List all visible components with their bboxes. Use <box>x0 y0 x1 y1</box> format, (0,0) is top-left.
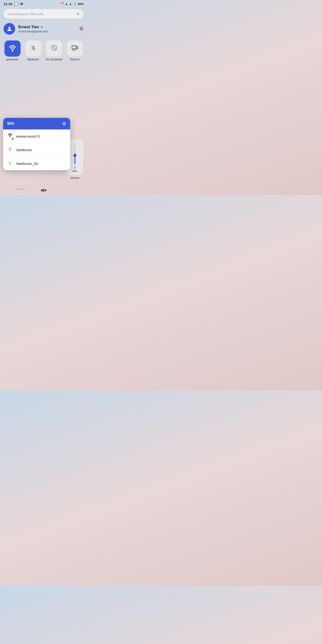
back-button[interactable]: ◀ <box>40 187 44 193</box>
wifi-popup-header: Wifi ⚙ <box>3 118 70 130</box>
row1-tiles-grid: goHuawei Bluetooth <box>3 40 84 61</box>
wifi-tile-label: goHuawei <box>6 58 18 61</box>
bluetooth-tile-button[interactable] <box>25 40 41 56</box>
wifi-network-name: Startbucks_5G <box>16 162 38 166</box>
wifi-settings-icon[interactable]: ⚙ <box>62 121 66 126</box>
wifi-popup-card: Wifi ⚙ wlanaccessv2.0 <box>3 118 70 170</box>
svg-line-3 <box>52 46 56 50</box>
svg-point-1 <box>12 50 13 52</box>
devices-tile-label: Devices <box>70 58 80 61</box>
svg-point-0 <box>8 27 10 29</box>
battery-icon: 🔋 <box>73 2 77 6</box>
bottom-nav: ◀ ● <box>0 184 87 195</box>
search-bar[interactable]: Connecting to office wifi... ✕ <box>4 9 84 18</box>
home-button[interactable]: ● <box>44 187 47 193</box>
wifi-signal-medium-icon <box>7 147 13 153</box>
devices-tile-button[interactable] <box>67 40 83 56</box>
messenger-icon: 💬 <box>14 2 18 6</box>
status-left: 11:18 💬 ✉ <box>4 2 23 6</box>
wifi-network-name: Startbucks <box>16 148 32 152</box>
svg-rect-4 <box>72 46 76 48</box>
user-name: Ernest Tien ▼ <box>18 25 48 29</box>
bluetooth-icon <box>30 45 36 52</box>
user-info: Ernest Tien ▼ ernest.tien@gmail.com <box>18 25 48 33</box>
wifi-network-name: wlanaccessv2.0 <box>16 134 40 138</box>
tile-wifi: goHuawei <box>3 40 22 61</box>
battery-percent: 92% <box>78 2 84 6</box>
avatar <box>4 23 15 35</box>
tile-dnd: Do not disturb <box>45 40 63 61</box>
time: 11:18 <box>4 2 12 6</box>
dnd-tile-button[interactable] <box>46 40 62 56</box>
alarm-icon: ⏰ <box>60 2 64 6</box>
status-bar: 11:18 💬 ✉ ⏰ ▲ ▲ 🔋 92% <box>0 0 87 7</box>
nav-pill <box>16 189 24 190</box>
status-right: ⏰ ▲ ▲ 🔋 92% <box>60 2 84 6</box>
dnd-tile-label: Do not disturb <box>46 58 62 61</box>
svg-rect-5 <box>76 46 78 48</box>
chevron-down-icon[interactable]: ▼ <box>40 25 44 29</box>
close-icon[interactable]: ✕ <box>76 12 80 16</box>
quick-tiles-row1: goHuawei Bluetooth <box>0 38 87 61</box>
settings-gear-icon[interactable]: ⚙ <box>79 26 84 32</box>
svg-point-7 <box>10 137 10 138</box>
wifi-popup-title: Wifi <box>7 122 14 126</box>
volume-slider-track[interactable] <box>74 142 75 164</box>
wifi-signal-full-icon <box>7 133 13 139</box>
user-email: ernest.tien@gmail.com <box>18 30 48 33</box>
dnd-icon <box>51 44 58 53</box>
tile-devices: Devices <box>66 40 84 61</box>
volume-percent: 40% <box>72 170 77 173</box>
search-bar-text: Connecting to office wifi... <box>8 12 46 16</box>
tile-bluetooth: Bluetooth <box>24 40 42 61</box>
wifi-network-item[interactable]: wlanaccessv2.0 <box>3 130 70 143</box>
wifi-tile-button[interactable] <box>4 40 20 56</box>
wifi-icon: ▲ <box>65 2 68 6</box>
devices-icon <box>71 44 78 53</box>
svg-point-8 <box>10 150 10 151</box>
bluetooth-tile-label: Bluetooth <box>28 58 39 61</box>
wifi-network-item[interactable]: Startbucks_5G <box>3 157 70 170</box>
volume-slider-thumb[interactable] <box>73 154 76 157</box>
svg-point-9 <box>10 164 10 165</box>
user-left: Ernest Tien ▼ ernest.tien@gmail.com <box>4 23 48 35</box>
music-note-icon: ♪ <box>74 164 76 170</box>
wifi-network-item[interactable]: Startbucks <box>3 143 70 157</box>
gmail-icon: ✉ <box>20 2 23 6</box>
user-section: Ernest Tien ▼ ernest.tien@gmail.com ⚙ <box>0 22 87 38</box>
wifi-signal-low-icon <box>7 160 13 166</box>
volume-tile-label: Volume <box>70 176 79 180</box>
signal-icon: ▲ <box>69 2 72 6</box>
